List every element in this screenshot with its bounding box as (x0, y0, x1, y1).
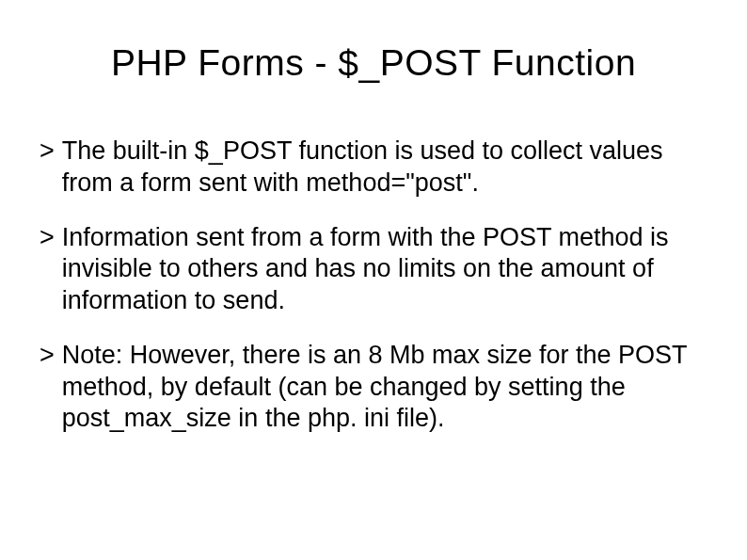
bullet-text: Note: However, there is an 8 Mb max size… (62, 340, 700, 435)
bullet-marker: > (40, 222, 55, 317)
bullet-text: Information sent from a form with the PO… (62, 222, 700, 317)
page-title: PHP Forms - $_POST Function (38, 42, 709, 84)
content-body: > The built-in $_POST function is used t… (38, 136, 709, 435)
bullet-item: > The built-in $_POST function is used t… (40, 136, 700, 200)
bullet-text: The built-in $_POST function is used to … (62, 136, 700, 200)
bullet-marker: > (40, 340, 55, 435)
bullet-item: > Note: However, there is an 8 Mb max si… (40, 340, 700, 435)
bullet-item: > Information sent from a form with the … (40, 222, 700, 317)
bullet-marker: > (40, 136, 55, 200)
